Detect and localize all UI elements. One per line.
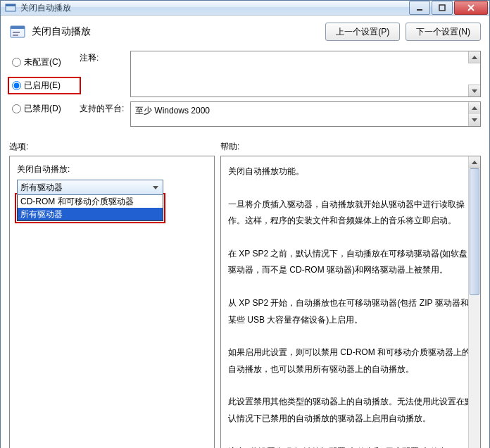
next-setting-button[interactable]: 下一个设置(N)	[406, 23, 481, 41]
state-radio-group: 未配置(C) 已启用(E) 已禁用(D)	[9, 51, 80, 127]
platform-display: 至少 Windows 2000	[130, 101, 481, 127]
close-button[interactable]	[454, 1, 488, 15]
policy-icon	[9, 23, 26, 40]
autoplay-listbox[interactable]: CD-ROM 和可移动介质驱动器 所有驱动器	[17, 195, 163, 221]
combo-label: 关闭自动播放:	[17, 163, 207, 175]
chevron-down-icon	[150, 182, 161, 193]
radio-enabled-input[interactable]	[12, 81, 21, 90]
page-title: 关闭自动播放	[32, 25, 325, 38]
radio-not-configured[interactable]: 未配置(C)	[9, 55, 80, 70]
radio-disabled[interactable]: 已禁用(D)	[9, 101, 80, 116]
lower-panels: 关闭自动播放: 所有驱动器 CD-ROM 和可移动介质驱动器 所有驱动器 关闭自…	[9, 156, 481, 448]
svg-rect-8	[13, 32, 20, 33]
group-policy-dialog: 关闭自动播放 关闭自动播放 上一个设置(P) 下一个设置(N) 未配置(C)	[0, 0, 490, 448]
nav-buttons: 上一个设置(P) 下一个设置(N)	[325, 23, 481, 41]
autoplay-combobox[interactable]: 所有驱动器	[17, 180, 163, 195]
radio-disabled-input[interactable]	[12, 104, 21, 113]
platform-label: 支持的平台:	[80, 101, 126, 115]
radio-label: 已启用(E)	[24, 80, 61, 92]
window-controls	[409, 1, 488, 15]
section-labels: 选项: 帮助:	[9, 141, 481, 153]
comment-row: 注释:	[80, 51, 481, 97]
scroll-up-icon[interactable]	[468, 51, 480, 63]
header-row: 关闭自动播放 上一个设置(P) 下一个设置(N)	[9, 23, 481, 41]
combo-value: 所有驱动器	[20, 182, 63, 194]
help-panel: 关闭自动播放功能。 一旦将介质插入驱动器，自动播放就开始从驱动器中进行读取操作。…	[220, 156, 481, 448]
help-text: 关闭自动播放功能。 一旦将介质插入驱动器，自动播放就开始从驱动器中进行读取操作。…	[228, 163, 473, 448]
platform-row: 支持的平台: 至少 Windows 2000	[80, 101, 481, 127]
options-panel: 关闭自动播放: 所有驱动器 CD-ROM 和可移动介质驱动器 所有驱动器	[9, 156, 215, 448]
dialog-content: 关闭自动播放 上一个设置(P) 下一个设置(N) 未配置(C) 已启用(E) 已…	[1, 15, 489, 448]
previous-setting-button[interactable]: 上一个设置(P)	[325, 23, 400, 41]
svg-rect-9	[13, 35, 18, 36]
radio-enabled[interactable]: 已启用(E)	[9, 78, 80, 93]
minimize-button[interactable]	[409, 1, 430, 15]
platform-value: 至少 Windows 2000	[135, 106, 210, 116]
titlebar-text: 关闭自动播放	[20, 2, 409, 14]
right-column: 注释: 支持的平台: 至少 Windows 2000	[80, 51, 481, 127]
help-scrollbar[interactable]	[468, 156, 480, 448]
list-item[interactable]: 所有驱动器	[18, 208, 163, 220]
comment-textarea[interactable]	[130, 51, 481, 97]
maximize-button[interactable]	[432, 1, 453, 15]
options-label: 选项:	[9, 141, 220, 153]
svg-rect-1	[6, 4, 15, 6]
scrollbar-thumb[interactable]	[470, 168, 479, 295]
comment-label: 注释:	[80, 51, 126, 64]
window-icon	[5, 2, 16, 13]
svg-rect-3	[439, 5, 445, 11]
scroll-up-icon[interactable]	[468, 102, 480, 114]
scroll-up-icon[interactable]	[469, 156, 480, 168]
titlebar: 关闭自动播放	[1, 1, 489, 15]
help-label: 帮助:	[220, 141, 481, 153]
svg-rect-7	[11, 26, 25, 29]
scroll-down-icon[interactable]	[468, 85, 480, 97]
radio-label: 已禁用(D)	[24, 103, 61, 115]
list-item[interactable]: CD-ROM 和可移动介质驱动器	[18, 195, 163, 208]
radio-label: 未配置(C)	[24, 56, 61, 68]
scroll-down-icon[interactable]	[468, 114, 480, 126]
radio-not-configured-input[interactable]	[12, 58, 21, 67]
config-area: 未配置(C) 已启用(E) 已禁用(D) 注释:	[9, 51, 481, 127]
